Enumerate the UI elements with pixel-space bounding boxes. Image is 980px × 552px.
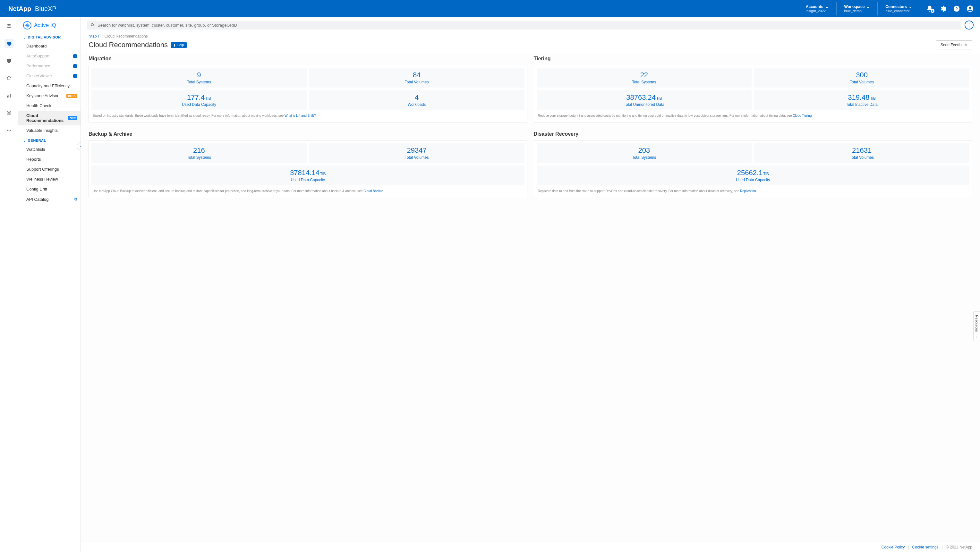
chevron-down-icon: ⌄ bbox=[867, 5, 870, 9]
sidebar-brand[interactable]: Active IQ bbox=[18, 17, 81, 32]
stat-label: Total Systems bbox=[93, 155, 305, 160]
brand-product: BlueXP bbox=[35, 5, 56, 13]
stat-label: Total Unmonitored Data bbox=[539, 102, 750, 107]
stat-total-systems[interactable]: 216Total Systems bbox=[91, 143, 307, 163]
card-dr: 203Total Systems 21631Total Volumes 2566… bbox=[534, 140, 973, 198]
workspace-selector[interactable]: Workspace⌄ blue_demo bbox=[836, 2, 878, 15]
svg-line-16 bbox=[93, 25, 94, 27]
stat-total-volumes[interactable]: 84Total Volumes bbox=[309, 68, 525, 87]
nav-capacity[interactable]: Capacity and Efficiency bbox=[18, 81, 81, 91]
cookie-policy-link[interactable]: Cookie Policy bbox=[881, 545, 905, 549]
send-feedback-button[interactable]: Send Feedback bbox=[936, 40, 972, 49]
rail-sync-icon[interactable] bbox=[5, 74, 13, 83]
note-link[interactable]: Cloud Tiering bbox=[793, 114, 811, 118]
help-button[interactable]: ▮Help bbox=[171, 42, 187, 48]
rail-chart-icon[interactable] bbox=[5, 91, 13, 100]
stat-workloads[interactable]: 4Workloads bbox=[309, 90, 525, 110]
stat-value: 84 bbox=[413, 71, 420, 79]
nav-label: Valuable Insights bbox=[26, 128, 58, 133]
stat-label: Total Systems bbox=[539, 155, 750, 160]
breadcrumb-sep: › bbox=[102, 34, 104, 38]
stat-value: 216 bbox=[193, 146, 205, 154]
stat-used-capacity[interactable]: 25662.1TiBUsed Data Capacity bbox=[537, 165, 970, 185]
nav-autosupport[interactable]: AutoSupporti bbox=[18, 51, 81, 61]
stat-used-capacity[interactable]: 37814.14TiBUsed Data Capacity bbox=[91, 165, 525, 185]
page-title: Cloud Recommendations bbox=[89, 41, 168, 49]
stat-label: Workloads bbox=[311, 102, 523, 107]
notifications-badge: 1 bbox=[931, 9, 934, 13]
rail-storage-icon[interactable] bbox=[5, 22, 13, 31]
card-backup: 216Total Systems 29347Total Volumes 3781… bbox=[89, 140, 527, 198]
stat-total-systems[interactable]: 203Total Systems bbox=[537, 143, 752, 163]
breadcrumb-root[interactable]: Ntap IT bbox=[89, 34, 101, 38]
svg-point-15 bbox=[91, 24, 93, 25]
accounts-selector[interactable]: Accounts⌄ insight_2022 bbox=[798, 2, 836, 15]
nav-clusterviewer[interactable]: ClusterVieweri bbox=[18, 71, 81, 81]
nav-label: Dashboard bbox=[26, 44, 47, 48]
note-link[interactable]: What is Lift and Shift? bbox=[285, 114, 316, 118]
note-link[interactable]: Cloud Backup bbox=[363, 189, 383, 193]
stat-total-volumes[interactable]: 29347Total Volumes bbox=[309, 143, 525, 163]
stat-inactive-data[interactable]: 319.48TiBTotal Inactive Data bbox=[754, 90, 969, 110]
stat-label: Used Data Capacity bbox=[539, 178, 968, 182]
nav-label: Health Check bbox=[26, 103, 51, 108]
stat-value: 22 bbox=[640, 71, 648, 79]
panel-tiering: Tiering 22Total Systems 300Total Volumes… bbox=[534, 54, 973, 123]
search-row: ⋮ bbox=[81, 17, 980, 33]
nav-watchlists[interactable]: Watchlists bbox=[18, 144, 81, 154]
separator: | bbox=[942, 545, 943, 549]
nav-label: Keystone Advisor bbox=[26, 93, 58, 98]
nav-label: Capacity and Efficiency bbox=[26, 83, 70, 88]
note-link[interactable]: Replication bbox=[740, 189, 756, 193]
rail-apps-icon[interactable] bbox=[5, 108, 13, 118]
accounts-label: Accounts bbox=[806, 5, 824, 9]
nav-api-catalog[interactable]: API Catalog⧉ bbox=[18, 194, 81, 204]
stat-total-volumes[interactable]: 300Total Volumes bbox=[754, 68, 969, 87]
stat-used-capacity[interactable]: 177.4TiBUsed Data Capacity bbox=[91, 90, 307, 110]
nav-section-general[interactable]: ⌄ GENERAL bbox=[18, 135, 81, 144]
stat-label: Total Systems bbox=[93, 80, 305, 84]
nav-cloud-recommendations[interactable]: Cloud RecommendationsNew bbox=[18, 111, 81, 126]
nav-health-check[interactable]: Health Check bbox=[18, 101, 81, 111]
stat-label: Total Volumes bbox=[756, 155, 967, 160]
nav-valuable-insights[interactable]: Valuable Insights bbox=[18, 126, 81, 135]
stat-total-volumes[interactable]: 21631Total Volumes bbox=[754, 143, 969, 163]
gear-icon[interactable] bbox=[940, 5, 947, 12]
card-migration: 9Total Systems 84Total Volumes 177.4TiBU… bbox=[89, 65, 527, 123]
nav-wellness-review[interactable]: Wellness Review bbox=[18, 174, 81, 184]
rail-more-icon[interactable] bbox=[5, 126, 13, 135]
nav-dashboard[interactable]: Dashboard bbox=[18, 41, 81, 51]
user-icon[interactable] bbox=[967, 5, 974, 12]
stat-total-systems[interactable]: 9Total Systems bbox=[91, 68, 307, 87]
more-menu-button[interactable]: ⋮ bbox=[965, 21, 974, 30]
nav-performance[interactable]: Performancei bbox=[18, 61, 81, 71]
search-box[interactable] bbox=[87, 21, 961, 30]
header-selectors: Accounts⌄ insight_2022 Workspace⌄ blue_d… bbox=[798, 2, 920, 15]
cookie-settings-link[interactable]: Cookie settings bbox=[912, 545, 939, 549]
svg-rect-7 bbox=[7, 95, 8, 97]
nav-reports[interactable]: Reports bbox=[18, 154, 81, 164]
footer: Cookie Policy | Cookie settings | © 2022… bbox=[81, 542, 980, 552]
svg-rect-9 bbox=[10, 94, 11, 97]
rail-shield-icon[interactable] bbox=[5, 56, 13, 65]
rail-health-icon[interactable] bbox=[5, 39, 13, 48]
search-input[interactable] bbox=[97, 23, 958, 28]
netapp-logo: NetApp bbox=[6, 5, 31, 13]
nav-section-label: DIGITAL ADVISOR bbox=[28, 35, 61, 39]
stat-unmonitored-data[interactable]: 38763.24TiBTotal Unmonitored Data bbox=[537, 90, 752, 110]
nav-rail bbox=[0, 17, 18, 552]
nav-keystone[interactable]: Keystone AdvisorBETA bbox=[18, 91, 81, 101]
connectors-selector[interactable]: Connectors⌄ blue_connector bbox=[877, 2, 920, 15]
help-icon[interactable]: ? bbox=[953, 5, 960, 12]
stat-total-systems[interactable]: 22Total Systems bbox=[537, 68, 752, 87]
breadcrumb-current: Cloud Recommendations bbox=[105, 34, 148, 38]
nav-config-drift[interactable]: Config Drift bbox=[18, 184, 81, 194]
nav-support-offerings[interactable]: Support Offerings bbox=[18, 164, 81, 174]
nav-section-digital-advisor[interactable]: ⌄ DIGITAL ADVISOR bbox=[18, 32, 81, 41]
svg-point-6 bbox=[7, 24, 11, 25]
stat-unit: TiB bbox=[870, 96, 876, 101]
card-note: Use NetApp Cloud Backup to deliver effic… bbox=[91, 185, 525, 195]
notifications-icon[interactable]: 1 bbox=[926, 5, 933, 12]
new-badge: New bbox=[68, 116, 77, 120]
resources-tab[interactable]: Resources ‹ bbox=[973, 312, 980, 341]
